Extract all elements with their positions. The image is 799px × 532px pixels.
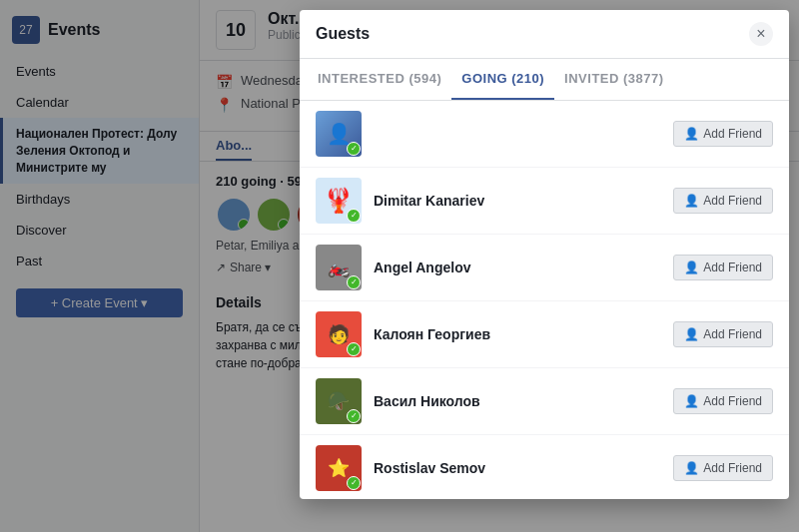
guest-row: 🪖 Васил Николов 👤 Add Friend bbox=[300, 368, 789, 435]
guest-row: 👤 👤 Add Friend bbox=[300, 101, 789, 168]
tab-interested[interactable]: INTERESTED (594) bbox=[308, 59, 451, 100]
guest-name-rostislav: Rostislav Semov bbox=[374, 460, 673, 476]
add-friend-icon: 👤 bbox=[684, 327, 699, 341]
add-friend-icon: 👤 bbox=[684, 261, 699, 274]
going-badge-angel bbox=[347, 275, 361, 289]
guest-name-kaloyan: Калоян Георгиев bbox=[374, 326, 673, 342]
add-friend-button-rostislav[interactable]: 👤 Add Friend bbox=[673, 455, 773, 481]
going-badge-first bbox=[347, 142, 361, 156]
guest-avatar-kaloyan: 🧑 bbox=[316, 311, 362, 357]
add-friend-button-first[interactable]: 👤 Add Friend bbox=[673, 121, 773, 147]
modal-header: Guests × bbox=[300, 10, 789, 59]
modal-body: 👤 👤 Add Friend 🦞 Dimitar Kanariev 👤 bbox=[300, 101, 789, 499]
add-friend-icon: 👤 bbox=[684, 394, 699, 408]
guest-avatar-first: 👤 bbox=[316, 111, 362, 157]
guest-avatar-angel: 🏍️ bbox=[316, 245, 362, 290]
guest-avatar-rostislav: ⭐ bbox=[316, 445, 362, 491]
guest-name-angel: Angel Angelov bbox=[374, 260, 673, 275]
guest-row: 🧑 Калоян Георгиев 👤 Add Friend bbox=[300, 301, 789, 368]
add-friend-button-vasil[interactable]: 👤 Add Friend bbox=[673, 388, 773, 414]
guest-name-dimitar: Dimitar Kanariev bbox=[374, 193, 673, 209]
add-friend-button-angel[interactable]: 👤 Add Friend bbox=[673, 255, 773, 280]
add-friend-icon: 👤 bbox=[684, 127, 699, 141]
modal-close-button[interactable]: × bbox=[749, 22, 773, 46]
add-friend-button-kaloyan[interactable]: 👤 Add Friend bbox=[673, 321, 773, 347]
tab-going[interactable]: GOING (210) bbox=[451, 59, 554, 100]
add-friend-icon: 👤 bbox=[684, 194, 699, 208]
add-friend-button-dimitar[interactable]: 👤 Add Friend bbox=[673, 188, 773, 214]
guest-avatar-vasil: 🪖 bbox=[316, 378, 362, 424]
tab-invited[interactable]: INVITED (3877) bbox=[554, 59, 673, 100]
guest-avatar-dimitar: 🦞 bbox=[316, 178, 362, 224]
modal-overlay: Guests × INTERESTED (594) GOING (210) IN… bbox=[0, 0, 799, 532]
guest-row: ⭐ Rostislav Semov 👤 Add Friend bbox=[300, 435, 789, 499]
guest-row: 🏍️ Angel Angelov 👤 Add Friend bbox=[300, 235, 789, 301]
add-friend-icon: 👤 bbox=[684, 461, 699, 475]
guest-row: 🦞 Dimitar Kanariev 👤 Add Friend bbox=[300, 168, 789, 235]
modal-tabs: INTERESTED (594) GOING (210) INVITED (38… bbox=[300, 59, 789, 101]
going-badge-rostislav bbox=[347, 476, 361, 490]
modal-title: Guests bbox=[316, 25, 370, 43]
guest-name-vasil: Васил Николов bbox=[374, 393, 673, 409]
going-badge-dimitar bbox=[347, 209, 361, 223]
going-badge-vasil bbox=[347, 409, 361, 423]
going-badge-kaloyan bbox=[347, 342, 361, 356]
guests-modal: Guests × INTERESTED (594) GOING (210) IN… bbox=[300, 10, 789, 499]
